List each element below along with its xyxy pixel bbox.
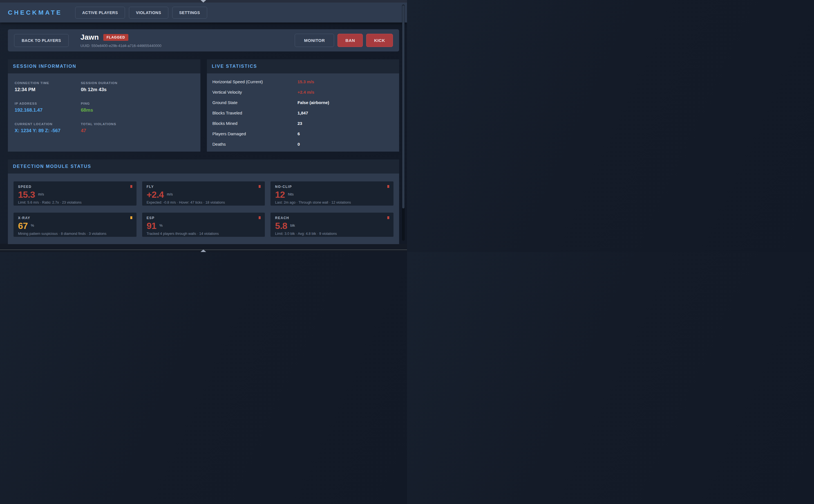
session-field-value: 12:34 PM	[15, 87, 81, 93]
detection-panel-title: DETECTION MODULE STATUS	[13, 164, 91, 169]
module-unit: hits	[288, 192, 294, 196]
module-unit: m/s	[38, 192, 44, 196]
module-value-row: 5.8 blk	[275, 222, 389, 230]
app-logo: CHECKMATE	[8, 9, 62, 16]
module-detail: Expected: -0.8 m/s · Hover: 47 ticks · 1…	[147, 201, 261, 204]
session-field-value: 68ms	[81, 107, 193, 113]
vertical-scrollbar[interactable]	[402, 5, 405, 241]
stat-value: 6	[298, 131, 394, 136]
back-to-players-button[interactable]: BACK TO PLAYERS	[14, 34, 69, 47]
stat-label: Horizontal Speed (Current)	[213, 79, 298, 84]
live-statistics-panel: LIVE STATISTICS Horizontal Speed (Curren…	[207, 59, 399, 152]
stat-row: Blocks Mined 23	[213, 118, 394, 129]
session-field: PING 68ms	[81, 102, 193, 113]
scroll-hint-down-icon	[200, 0, 206, 3]
session-field: SESSION DURATION 0h 12m 43s	[81, 81, 193, 93]
session-field-value: X: 1234 Y: 89 Z: -567	[15, 128, 81, 134]
player-action-button[interactable]: BAN	[338, 34, 363, 47]
module-status-indicator	[259, 216, 261, 219]
session-field: TOTAL VIOLATIONS 47	[81, 122, 193, 134]
player-actions: MONITOR BAN KICK	[295, 34, 393, 47]
module-value: 15.3	[18, 190, 35, 199]
stat-label: Blocks Mined	[213, 121, 298, 126]
scrollbar-thumb[interactable]	[402, 5, 404, 208]
module-card: FLY +2.4 m/s Expected: -0.8 m/s · Hover:…	[142, 181, 265, 206]
session-field-label: IP ADDRESS	[15, 102, 81, 105]
stat-label: Players Damaged	[213, 131, 298, 136]
detection-modules-grid: SPEED 15.3 m/s Limit: 5.6 m/s · Ratio: 2…	[8, 174, 399, 244]
module-card: NO-CLIP 12 hits Last: 2m ago · Through s…	[271, 181, 394, 206]
app-header: CHECKMATE ACTIVE PLAYERS VIOLATIONS SETT…	[0, 3, 407, 23]
module-value: 12	[275, 190, 285, 199]
bottom-frame-bar	[0, 244, 407, 252]
module-detail: Last: 2m ago · Through stone wall · 12 v…	[275, 201, 389, 204]
module-name: SPEED	[18, 185, 132, 189]
session-fields: CONNECTION TIME 12:34 PM SESSION DURATIO…	[8, 73, 200, 152]
nav-button[interactable]: SETTINGS	[172, 7, 207, 19]
module-card: X-RAY 67 % Mining pattern suspicious · 8…	[13, 213, 136, 237]
stat-row: Players Damaged 6	[213, 129, 394, 139]
stat-label: Vertical Velocity	[213, 90, 298, 95]
module-name: X-RAY	[18, 216, 132, 220]
session-field-value: 47	[81, 128, 193, 134]
module-value-row: 12 hits	[275, 190, 389, 199]
session-field: CURRENT LOCATION X: 1234 Y: 89 Z: -567	[15, 122, 81, 134]
module-status-indicator	[387, 216, 389, 219]
stat-row: Blocks Traveled 1,847	[213, 108, 394, 118]
stat-label: Ground State	[213, 100, 298, 105]
session-field-label: CONNECTION TIME	[15, 81, 81, 85]
module-status-indicator	[130, 216, 132, 219]
player-uuid: UUID: 550e8400-e29b-41d4-a716-4466554400…	[80, 44, 161, 48]
session-field: CONNECTION TIME 12:34 PM	[15, 81, 81, 93]
module-card: REACH 5.8 blk Limit: 3.0 blk · Avg: 4.8 …	[271, 213, 394, 237]
module-unit: m/s	[167, 192, 173, 196]
session-panel-header: SESSION INFORMATION	[8, 59, 200, 73]
module-detail: Mining pattern suspicious · 8 diamond fi…	[18, 232, 132, 236]
detection-panel-header: DETECTION MODULE STATUS	[8, 159, 399, 174]
module-name: FLY	[147, 185, 261, 189]
stat-label: Blocks Traveled	[213, 111, 298, 115]
live-stats-panel-title: LIVE STATISTICS	[212, 64, 257, 69]
player-action-button[interactable]: MONITOR	[295, 34, 334, 47]
flagged-badge: FLAGGED	[103, 34, 129, 41]
stat-value: 1,847	[298, 111, 394, 115]
session-panel-title: SESSION INFORMATION	[13, 64, 76, 69]
nav-button[interactable]: ACTIVE PLAYERS	[75, 7, 125, 19]
info-panels-row: SESSION INFORMATION CONNECTION TIME 12:3…	[8, 59, 399, 152]
session-field: IP ADDRESS 192.168.1.47	[15, 102, 81, 113]
detection-module-panel: DETECTION MODULE STATUS SPEED 15.3 m/s L…	[8, 159, 399, 244]
player-identity: Jawn FLAGGED UUID: 550e8400-e29b-41d4-a7…	[80, 33, 161, 48]
module-value-row: 15.3 m/s	[18, 190, 132, 199]
stat-row: Horizontal Speed (Current) 15.3 m/s	[213, 77, 394, 87]
module-detail: Tracked 4 players through walls · 14 vio…	[147, 232, 261, 236]
nav-button[interactable]: VIOLATIONS	[129, 7, 168, 19]
module-value: 91	[147, 222, 156, 230]
player-action-button[interactable]: KICK	[366, 34, 393, 47]
stat-value: False (airborne)	[298, 100, 394, 105]
module-name: NO-CLIP	[275, 185, 389, 189]
session-field-value: 0h 12m 43s	[81, 87, 193, 93]
module-unit: blk	[290, 223, 295, 228]
scroll-hint-up-icon	[200, 249, 206, 252]
module-value-row: 67 %	[18, 222, 132, 230]
session-field-label: SESSION DURATION	[81, 81, 193, 85]
module-status-indicator	[259, 185, 261, 188]
module-value: +2.4	[147, 190, 164, 199]
page-content: BACK TO PLAYERS Jawn FLAGGED UUID: 550e8…	[0, 23, 407, 244]
module-value-row: 91 %	[147, 222, 261, 230]
module-value: 5.8	[275, 222, 287, 230]
session-field-label: PING	[81, 102, 193, 105]
module-status-indicator	[130, 185, 132, 188]
player-name: Jawn	[80, 33, 99, 42]
live-stats-panel-header: LIVE STATISTICS	[207, 59, 399, 73]
module-status-indicator	[387, 185, 389, 188]
module-unit: %	[31, 223, 34, 228]
module-value-row: +2.4 m/s	[147, 190, 261, 199]
stat-value: +2.4 m/s	[298, 90, 394, 95]
stat-label: Deaths	[213, 142, 298, 147]
stat-row: Deaths 0	[213, 139, 394, 149]
module-name: ESP	[147, 216, 261, 220]
module-value: 67	[18, 222, 28, 230]
module-detail: Limit: 3.0 blk · Avg: 4.8 blk · 9 violat…	[275, 232, 389, 236]
module-unit: %	[159, 223, 163, 228]
